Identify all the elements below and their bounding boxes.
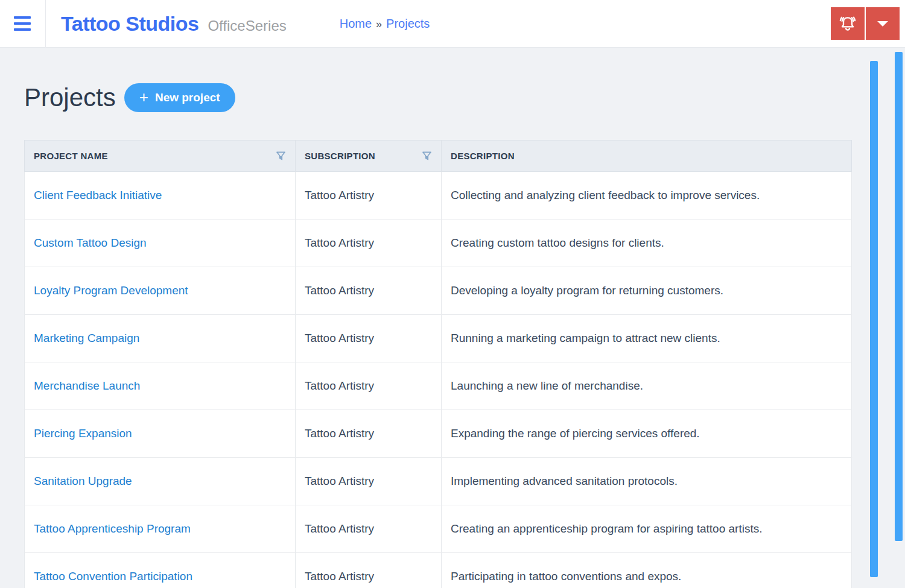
subscription-cell: Tattoo Artistry	[296, 315, 442, 362]
hamburger-icon	[14, 16, 31, 19]
subscription-value: Tattoo Artistry	[305, 284, 374, 297]
subscription-cell: Tattoo Artistry	[296, 458, 442, 505]
brand-area: Tattoo Studios OfficeSeries	[61, 12, 287, 36]
subscription-value: Tattoo Artistry	[305, 189, 374, 201]
subscription-cell: Tattoo Artistry	[296, 362, 442, 410]
content-scrollbar[interactable]	[870, 61, 878, 577]
suite-label: OfficeSeries	[208, 17, 286, 34]
description-value: Launching a new line of merchandise.	[451, 379, 643, 392]
description-value: Creating custom tattoo designs for clien…	[451, 236, 664, 249]
table-row: Piercing Expansion Tattoo Artistry Expan…	[25, 410, 852, 458]
project-name-cell: Custom Tattoo Design	[25, 220, 296, 267]
breadcrumb-home-link[interactable]: Home	[340, 17, 372, 31]
subscription-value: Tattoo Artistry	[305, 427, 374, 440]
subscription-value: Tattoo Artistry	[305, 332, 374, 344]
project-link[interactable]: Custom Tattoo Design	[34, 236, 147, 249]
table-row: Marketing Campaign Tattoo Artistry Runni…	[25, 315, 852, 362]
subscription-value: Tattoo Artistry	[305, 475, 374, 487]
breadcrumb-current-link[interactable]: Projects	[386, 17, 430, 31]
subscription-value: Tattoo Artistry	[305, 379, 374, 392]
notifications-button[interactable]	[831, 7, 865, 40]
project-link[interactable]: Piercing Expansion	[34, 427, 132, 440]
description-cell: Implementing advanced sanitation protoco…	[442, 458, 852, 505]
project-name-cell: Piercing Expansion	[25, 410, 296, 458]
project-link[interactable]: Sanitation Upgrade	[34, 475, 132, 487]
project-name-cell: Loyalty Program Development	[25, 267, 296, 315]
project-name-cell: Tattoo Apprenticeship Program	[25, 505, 296, 553]
table-body: Client Feedback Initiative Tattoo Artist…	[25, 172, 852, 588]
description-cell: Creating an apprenticeship program for a…	[442, 505, 852, 553]
table-row: Custom Tattoo Design Tattoo Artistry Cre…	[25, 220, 852, 267]
main-content: Projects + New project PROJECT NAME	[0, 83, 905, 588]
project-name-cell: Merchandise Launch	[25, 362, 296, 410]
description-cell: Developing a loyalty program for returni…	[442, 267, 852, 315]
project-link[interactable]: Tattoo Convention Participation	[34, 570, 192, 583]
app-header: Tattoo Studios OfficeSeries Home » Proje…	[0, 0, 905, 48]
new-project-label: New project	[155, 91, 220, 104]
breadcrumb-separator: »	[376, 18, 382, 31]
table-row: Tattoo Convention Participation Tattoo A…	[25, 553, 852, 588]
project-name-cell: Sanitation Upgrade	[25, 458, 296, 505]
description-value: Running a marketing campaign to attract …	[451, 332, 720, 344]
subscription-value: Tattoo Artistry	[305, 570, 374, 583]
column-header-description: DESCRIPTION	[442, 141, 852, 172]
project-link[interactable]: Tattoo Apprenticeship Program	[34, 522, 191, 535]
description-value: Developing a loyalty program for returni…	[451, 284, 723, 297]
description-cell: Launching a new line of merchandise.	[442, 362, 852, 410]
page-scrollbar[interactable]	[895, 52, 903, 541]
breadcrumb: Home » Projects	[340, 17, 430, 31]
subscription-cell: Tattoo Artistry	[296, 553, 442, 588]
description-cell: Participating in tattoo conventions and …	[442, 553, 852, 588]
caret-down-icon	[877, 21, 888, 27]
description-cell: Creating custom tattoo designs for clien…	[442, 220, 852, 267]
project-link[interactable]: Client Feedback Initiative	[34, 189, 162, 201]
project-name-cell: Client Feedback Initiative	[25, 172, 296, 220]
description-cell: Running a marketing campaign to attract …	[442, 315, 852, 362]
project-name-cell: Marketing Campaign	[25, 315, 296, 362]
plus-icon: +	[139, 89, 148, 105]
subscription-cell: Tattoo Artistry	[296, 220, 442, 267]
bell-icon	[837, 13, 858, 34]
column-header-project-name[interactable]: PROJECT NAME	[25, 141, 296, 172]
brand-title[interactable]: Tattoo Studios	[61, 12, 198, 36]
subscription-cell: Tattoo Artistry	[296, 410, 442, 458]
projects-table: PROJECT NAME SUBSCRIPTION	[24, 140, 852, 588]
filter-icon[interactable]	[422, 151, 432, 161]
table-row: Client Feedback Initiative Tattoo Artist…	[25, 172, 852, 220]
table-row: Sanitation Upgrade Tattoo Artistry Imple…	[25, 458, 852, 505]
page-title: Projects	[24, 83, 116, 112]
menu-button[interactable]	[14, 14, 31, 33]
description-value: Participating in tattoo conventions and …	[451, 570, 681, 583]
table-row: Loyalty Program Development Tattoo Artis…	[25, 267, 852, 315]
column-header-subscription[interactable]: SUBSCRIPTION	[296, 141, 442, 172]
description-value: Collecting and analyzing client feedback…	[451, 189, 760, 201]
subscription-value: Tattoo Artistry	[305, 522, 374, 535]
description-cell: Collecting and analyzing client feedback…	[442, 172, 852, 220]
subscription-value: Tattoo Artistry	[305, 236, 374, 249]
page-head: Projects + New project	[24, 83, 905, 112]
description-cell: Expanding the range of piercing services…	[442, 410, 852, 458]
header-divider	[45, 0, 46, 48]
header-actions	[831, 7, 900, 40]
description-value: Implementing advanced sanitation protoco…	[451, 475, 678, 487]
table-row: Tattoo Apprenticeship Program Tattoo Art…	[25, 505, 852, 553]
project-link[interactable]: Marketing Campaign	[34, 332, 139, 344]
account-menu-button[interactable]	[866, 7, 900, 40]
subscription-cell: Tattoo Artistry	[296, 505, 442, 553]
project-link[interactable]: Merchandise Launch	[34, 379, 140, 392]
subscription-cell: Tattoo Artistry	[296, 267, 442, 315]
description-value: Expanding the range of piercing services…	[451, 427, 700, 440]
table-header-row: PROJECT NAME SUBSCRIPTION	[25, 141, 852, 172]
new-project-button[interactable]: + New project	[124, 83, 235, 112]
project-name-cell: Tattoo Convention Participation	[25, 553, 296, 588]
project-link[interactable]: Loyalty Program Development	[34, 284, 188, 297]
description-value: Creating an apprenticeship program for a…	[451, 522, 762, 535]
table-row: Merchandise Launch Tattoo Artistry Launc…	[25, 362, 852, 410]
subscription-cell: Tattoo Artistry	[296, 172, 442, 220]
filter-icon[interactable]	[276, 151, 286, 161]
